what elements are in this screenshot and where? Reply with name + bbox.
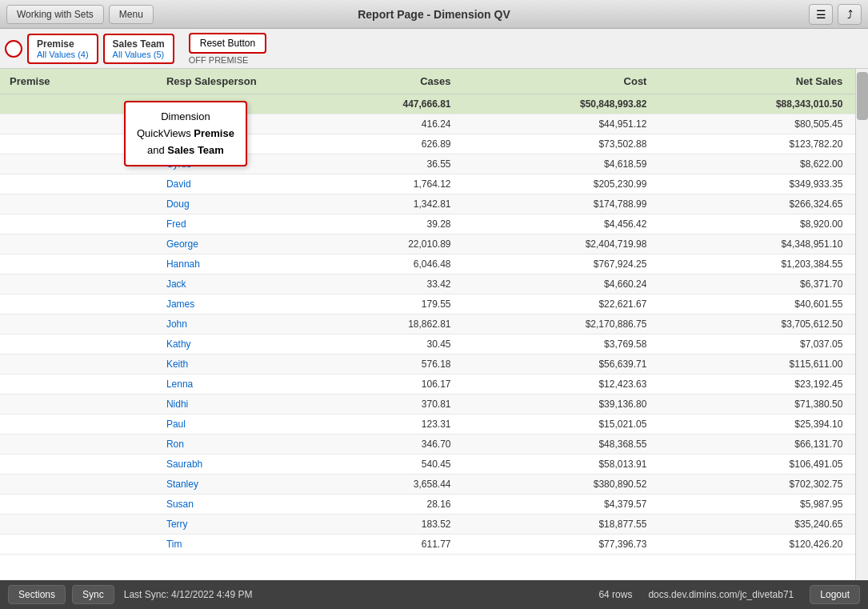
cell-cases: 123.31	[323, 415, 460, 435]
sales-team-filter-chip[interactable]: Sales Team All Values (5)	[103, 34, 174, 64]
tooltip-box: Dimension QuickViews Premise and Sales T…	[124, 101, 247, 166]
cell-resp: Doug	[157, 194, 323, 214]
cell-cost: $44,951.12	[461, 114, 657, 134]
cell-netsales: $8,920.00	[656, 214, 852, 234]
cell-netsales: $40,601.55	[656, 294, 852, 315]
cell-cost: $174,788.99	[461, 194, 657, 214]
tooltip-line2-prefix: QuickViews	[137, 127, 194, 139]
cell-cost: $2,170,886.75	[461, 315, 657, 335]
cell-resp: Susan	[157, 495, 323, 515]
cell-netsales: $25,394.10	[656, 415, 852, 435]
menu-button[interactable]: Menu	[109, 5, 154, 24]
col-cases: Cases	[323, 69, 460, 94]
page-title: Report Page - Dimension QV	[358, 8, 510, 21]
tooltip-line1: Dimension	[161, 110, 210, 122]
cell-cost: $4,456.42	[461, 214, 657, 234]
cell-resp: Saurabh	[157, 455, 323, 475]
reset-area: Reset Button OFF PREMISE	[189, 33, 266, 65]
cell-cost: $39,136.80	[461, 395, 657, 415]
table-row: Doug1,342.81$174,788.99$266,324.65	[0, 194, 868, 214]
cell-resp: John	[157, 315, 323, 335]
col-resp-salesperson: Resp Salesperson	[157, 69, 323, 94]
cell-cases: 33.42	[323, 274, 460, 294]
cell-resp: Terry	[157, 515, 323, 535]
cell-cost: $767,924.25	[461, 254, 657, 274]
cell-premise	[0, 395, 157, 415]
cell-premise	[0, 495, 157, 515]
scrollbar-thumb[interactable]	[857, 72, 868, 120]
cell-premise	[0, 435, 157, 455]
table-row: George22,010.89$2,404,719.98$4,348,951.1…	[0, 234, 868, 254]
table-row: Lenna106.17$12,423.63$23,192.45	[0, 375, 868, 395]
sync-button[interactable]: Sync	[72, 585, 114, 604]
table-row: Susan28.16$4,379.57$5,987.95	[0, 495, 868, 515]
cell-premise	[0, 274, 157, 294]
cell-premise	[0, 294, 157, 315]
cell-premise	[0, 355, 157, 375]
working-with-sets-button[interactable]: Working with Sets	[6, 5, 104, 24]
cell-netsales: $6,371.70	[656, 274, 852, 294]
main-content: Dimension QuickViews Premise and Sales T…	[0, 69, 868, 580]
cell-netsales: $3,705,612.50	[656, 315, 852, 335]
premise-filter-chip[interactable]: Premise All Values (4)	[27, 34, 98, 64]
col-cost: Cost	[461, 69, 657, 94]
menu-icon[interactable]: ☰	[809, 4, 833, 25]
cell-cases: 1,342.81	[323, 194, 460, 214]
cell-cost: $4,379.57	[461, 495, 657, 515]
table-row: Terry183.52$18,877.55$35,240.65	[0, 515, 868, 535]
table-row: Tim611.77$77,396.73$120,426.20	[0, 535, 868, 555]
premise-radio[interactable]	[5, 40, 22, 58]
cell-cases: 179.55	[323, 294, 460, 315]
cell-cost: $73,502.88	[461, 134, 657, 154]
title-bar-left: Working with Sets Menu	[6, 5, 154, 24]
cell-premise	[0, 415, 157, 435]
cell-cost: $4,660.24	[461, 274, 657, 294]
reset-button[interactable]: Reset Button	[189, 33, 266, 54]
table-row: Saurabh540.45$58,013.91$106,491.05	[0, 455, 868, 475]
cell-resp: Paul	[157, 415, 323, 435]
cell-netsales: $5,987.95	[656, 495, 852, 515]
table-row: Ron346.70$48,368.55$66,131.70	[0, 435, 868, 455]
cell-resp: George	[157, 234, 323, 254]
col-premise: Premise	[0, 69, 157, 94]
cell-cost: $50,848,993.82	[461, 94, 657, 114]
cell-netsales: $349,933.35	[656, 174, 852, 194]
cell-cost: $3,769.58	[461, 335, 657, 355]
scrollbar-track[interactable]	[855, 69, 868, 580]
sections-button[interactable]: Sections	[8, 585, 66, 604]
cell-premise	[0, 194, 157, 214]
logout-button[interactable]: Logout	[810, 585, 860, 604]
cell-premise	[0, 455, 157, 475]
sales-team-filter-label: Sales Team	[113, 38, 165, 50]
cell-cost: $205,230.99	[461, 174, 657, 194]
cell-cases: 540.45	[323, 455, 460, 475]
cell-netsales: $7,037.05	[656, 335, 852, 355]
table-row: Stanley3,658.44$380,890.52$702,302.75	[0, 475, 868, 495]
cell-resp: Nidhi	[157, 395, 323, 415]
cell-premise	[0, 234, 157, 254]
off-premise-label: OFF PREMISE	[189, 55, 249, 65]
cell-resp: David	[157, 174, 323, 194]
sales-team-filter-sub: All Values (5)	[113, 50, 165, 59]
cell-cases: 106.17	[323, 375, 460, 395]
cell-cases: 22,010.89	[323, 234, 460, 254]
cell-resp: Stanley	[157, 475, 323, 495]
filter-bar: Premise All Values (4) Sales Team All Va…	[0, 29, 868, 69]
cell-cases: 346.70	[323, 435, 460, 455]
cell-cases: 39.28	[323, 214, 460, 234]
title-bar: Working with Sets Menu Report Page - Dim…	[0, 0, 868, 29]
cell-premise	[0, 475, 157, 495]
cell-resp: Hannah	[157, 254, 323, 274]
cell-netsales: $115,611.00	[656, 355, 852, 375]
cell-netsales: $702,302.75	[656, 475, 852, 495]
cell-netsales: $1,203,384.55	[656, 254, 852, 274]
cell-resp: Ron	[157, 435, 323, 455]
table-row: Keith576.18$56,639.71$115,611.00	[0, 355, 868, 375]
tooltip-salesteam-bold: Sales Team	[167, 144, 224, 156]
cell-cases: 447,666.81	[323, 94, 460, 114]
table-header-row: Premise Resp Salesperson Cases Cost Net …	[0, 69, 868, 94]
cell-cases: 36.55	[323, 154, 460, 174]
cell-premise	[0, 254, 157, 274]
export-icon[interactable]: ⤴	[838, 4, 862, 25]
table-row: Jack33.42$4,660.24$6,371.70	[0, 274, 868, 294]
